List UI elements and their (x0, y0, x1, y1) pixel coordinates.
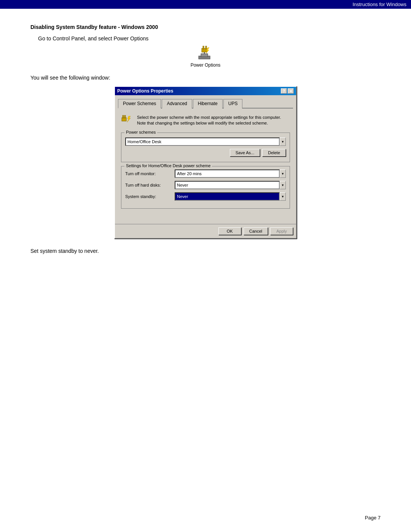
power-scheme-icon (121, 115, 133, 128)
tab-power-schemes[interactable]: Power Schemes (118, 99, 161, 109)
svg-marker-10 (127, 116, 131, 122)
following-text: You will see the following window: (30, 75, 381, 81)
dialog-titlebar: Power Options Properties ? ✕ (115, 87, 296, 95)
standby-label: System standby: (125, 194, 171, 199)
harddisk-select-arrow[interactable]: ▼ (280, 181, 286, 189)
description-row: Select the power scheme with the most ap… (121, 115, 290, 128)
svg-rect-9 (124, 115, 126, 118)
dialog-tab-content: Select the power scheme with the most ap… (118, 112, 293, 221)
power-schemes-group: Power schemes Home/Office Desk ▼ Save As… (121, 133, 290, 162)
footer-text: Set system standby to never. (30, 248, 381, 254)
svg-rect-8 (123, 115, 124, 118)
scheme-select-wrapper: Home/Office Desk ▼ (125, 137, 286, 146)
dialog-help-button[interactable]: ? (281, 88, 287, 94)
scheme-select-arrow[interactable]: ▼ (280, 137, 286, 146)
scheme-select-row: Home/Office Desk ▼ (125, 137, 286, 146)
svg-rect-1 (203, 46, 204, 49)
harddisk-label: Turn off hard disks: (125, 183, 171, 187)
scheme-select[interactable]: Home/Office Desk (125, 137, 280, 146)
tab-hibernate[interactable]: Hibernate (193, 99, 223, 109)
monitor-select-arrow[interactable]: ▼ (280, 169, 286, 178)
dialog-title-controls: ? ✕ (281, 88, 294, 94)
ok-button[interactable]: OK (218, 227, 241, 235)
description-text: Select the power scheme with the most ap… (137, 115, 290, 126)
tab-advanced[interactable]: Advanced (162, 99, 192, 109)
setting-row-standby: System standby: Never ▼ (125, 192, 286, 201)
standby-select-wrapper: Never ▼ (175, 192, 286, 201)
harddisk-select-wrapper: Never ▼ (175, 181, 286, 189)
dialog-body: Power Schemes Advanced Hibernate UPS (115, 95, 296, 224)
power-schemes-label: Power schemes (124, 130, 157, 134)
monitor-label: Turn off monitor: (125, 171, 171, 176)
standby-select-arrow[interactable]: ▼ (280, 192, 286, 201)
svg-rect-6 (201, 54, 208, 57)
tab-bar: Power Schemes Advanced Hibernate UPS (118, 98, 293, 109)
dialog-footer: OK Cancel Apply (115, 224, 296, 238)
settings-group: Settings for Home/Office Desk power sche… (121, 166, 290, 209)
header-title: Instructions for Windows (352, 2, 406, 7)
apply-button[interactable]: Apply (270, 227, 293, 235)
tab-ups[interactable]: UPS (223, 99, 243, 109)
monitor-select-wrapper: After 20 mins ▼ (175, 169, 286, 178)
main-content: Disabling System Standby feature - Windo… (0, 9, 411, 269)
power-options-icon-container: Power Options (30, 45, 381, 68)
standby-select[interactable]: Never (175, 192, 280, 201)
dialog-wrapper: Power Options Properties ? ✕ Power Schem… (30, 86, 381, 239)
dialog-close-button[interactable]: ✕ (288, 88, 294, 94)
setting-row-harddisk: Turn off hard disks: Never ▼ (125, 181, 286, 189)
instruction-text-1: Go to Control Panel, and select Power Op… (38, 35, 381, 42)
svg-rect-2 (206, 46, 207, 49)
section-title: Disabling System Standby feature - Windo… (30, 24, 381, 30)
header-bar: Instructions for Windows (0, 0, 411, 9)
power-icon-svg (197, 45, 214, 60)
setting-row-monitor: Turn off monitor: After 20 mins ▼ (125, 169, 286, 178)
power-options-icon (197, 55, 214, 61)
save-as-button[interactable]: Save As... (230, 149, 260, 157)
scheme-buttons-row: Save As... Delete (125, 149, 286, 157)
monitor-select[interactable]: After 20 mins (175, 169, 280, 178)
power-options-dialog: Power Options Properties ? ✕ Power Schem… (114, 86, 297, 239)
page-number: Page 7 (365, 515, 381, 521)
delete-button[interactable]: Delete (262, 149, 286, 157)
dialog-title: Power Options Properties (117, 88, 173, 94)
harddisk-select[interactable]: Never (175, 181, 280, 189)
settings-group-label: Settings for Home/Office Desk power sche… (124, 163, 212, 168)
cancel-button[interactable]: Cancel (244, 227, 268, 235)
power-options-label: Power Options (30, 62, 381, 68)
